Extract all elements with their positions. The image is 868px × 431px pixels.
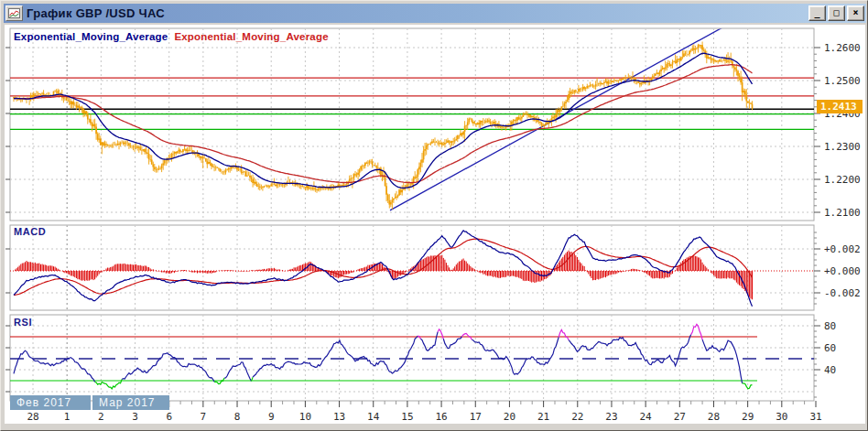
macd-axis-label: +0.002 — [824, 243, 861, 255]
chart-window: График GBP /USD ЧАС _ □ × 1.26001.25001.… — [0, 0, 868, 431]
date-axis-label: 17 — [470, 411, 482, 423]
current-price-badge: 1.2413 — [817, 100, 863, 113]
rsi-axis-label: 60 — [824, 342, 836, 354]
date-axis-label: 9 — [268, 411, 275, 423]
date-axis-label: 16 — [435, 411, 447, 423]
date-axis-label: 30 — [776, 411, 787, 423]
date-axis-label: 22 — [571, 411, 583, 423]
date-axis-label: 2 — [98, 411, 104, 423]
date-axis-label: 28 — [27, 411, 38, 423]
chart-canvas[interactable]: 1.26001.25001.24001.23001.22001.2100+0.0… — [1, 1, 868, 431]
date-axis-label: 14 — [367, 411, 380, 423]
date-axis-label: 1 — [64, 411, 71, 423]
month-label-mar: Мар 2017 — [92, 395, 169, 410]
ema-slow-legend-label: Exponential_Moving_Average — [174, 31, 328, 42]
date-axis-label: 24 — [640, 411, 653, 423]
date-axis-label: 8 — [234, 411, 241, 423]
date-axis-label: 13 — [333, 411, 345, 423]
price-axis-label: 1.2600 — [824, 42, 861, 54]
date-axis-label: 7 — [201, 411, 207, 423]
price-axis-label: 1.2500 — [824, 75, 861, 87]
date-axis-label: 3 — [132, 411, 138, 423]
price-axis-label: 1.2100 — [824, 207, 861, 219]
price-axis-label: 1.2300 — [824, 141, 861, 153]
date-axis-label: 21 — [537, 411, 549, 423]
date-axis-label: 28 — [708, 411, 720, 423]
macd-axis-label: -0.002 — [824, 287, 861, 299]
macd-panel-label: MACD — [14, 226, 46, 237]
ema-legend: Exponential_Moving_AverageExponential_Mo… — [14, 31, 329, 42]
ema-fast-legend-label: Exponential_Moving_Average — [14, 31, 168, 42]
date-axis-label: 10 — [299, 411, 311, 423]
date-axis-label: 31 — [809, 411, 821, 423]
month-label-feb: Фев 2017 — [10, 395, 91, 410]
price-axis-label: 1.2200 — [824, 174, 861, 186]
rsi-axis-label: 40 — [824, 364, 836, 376]
rsi-panel-label: RSI — [14, 317, 32, 328]
date-axis-label: 15 — [401, 411, 413, 423]
date-axis-label: 20 — [504, 411, 515, 423]
macd-axis-label: +0.000 — [824, 265, 861, 277]
rsi-axis-label: 80 — [824, 320, 836, 332]
date-axis-label: 6 — [166, 411, 172, 423]
date-axis-label: 27 — [674, 411, 686, 423]
date-axis-label: 29 — [742, 411, 754, 423]
date-axis-label: 23 — [605, 411, 617, 423]
